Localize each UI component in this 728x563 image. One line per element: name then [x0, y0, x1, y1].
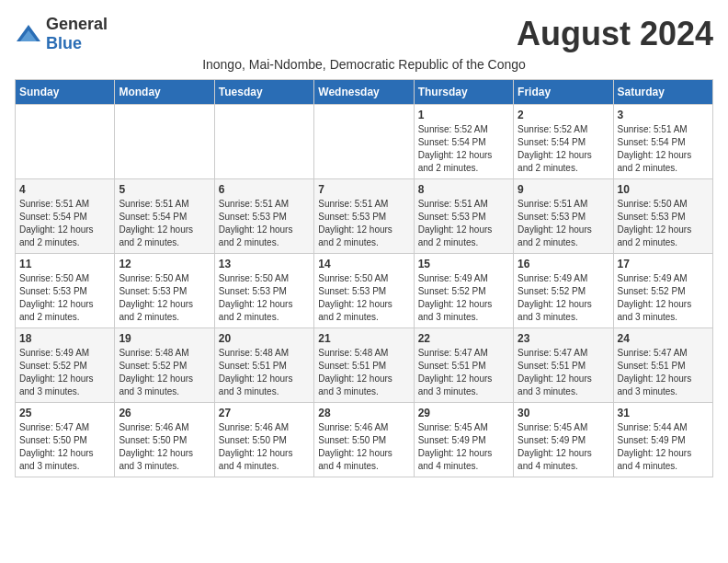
- day-info: Sunrise: 5:47 AM Sunset: 5:51 PM Dayligh…: [418, 347, 509, 398]
- day-number: 4: [19, 183, 110, 196]
- calendar-cell: 26Sunrise: 5:46 AM Sunset: 5:50 PM Dayli…: [115, 403, 214, 477]
- day-info: Sunrise: 5:44 AM Sunset: 5:49 PM Dayligh…: [618, 421, 709, 473]
- day-info: Sunrise: 5:47 AM Sunset: 5:51 PM Dayligh…: [618, 347, 709, 398]
- calendar-cell: 21Sunrise: 5:48 AM Sunset: 5:51 PM Dayli…: [314, 328, 414, 403]
- day-info: Sunrise: 5:50 AM Sunset: 5:53 PM Dayligh…: [19, 272, 110, 324]
- calendar-cell: 3Sunrise: 5:51 AM Sunset: 5:54 PM Daylig…: [613, 105, 712, 179]
- calendar-cell: 8Sunrise: 5:51 AM Sunset: 5:53 PM Daylig…: [414, 179, 513, 254]
- header: General Blue August 2024: [15, 15, 713, 53]
- calendar-cell: 6Sunrise: 5:51 AM Sunset: 5:53 PM Daylig…: [214, 179, 313, 254]
- calendar-cell: 16Sunrise: 5:49 AM Sunset: 5:52 PM Dayli…: [514, 254, 613, 328]
- day-number: 14: [318, 258, 409, 270]
- calendar-cell: 19Sunrise: 5:48 AM Sunset: 5:52 PM Dayli…: [115, 328, 214, 403]
- day-info: Sunrise: 5:52 AM Sunset: 5:54 PM Dayligh…: [418, 123, 509, 175]
- logo-blue: Blue: [46, 34, 82, 52]
- day-number: 15: [418, 258, 509, 270]
- day-info: Sunrise: 5:45 AM Sunset: 5:49 PM Dayligh…: [518, 421, 609, 473]
- day-number: 6: [219, 183, 310, 196]
- subtitle: Inongo, Mai-Ndombe, Democratic Republic …: [15, 57, 713, 72]
- header-sunday: Sunday: [16, 80, 115, 105]
- day-number: 29: [418, 407, 509, 419]
- calendar-cell: 23Sunrise: 5:47 AM Sunset: 5:51 PM Dayli…: [514, 328, 613, 403]
- day-info: Sunrise: 5:49 AM Sunset: 5:52 PM Dayligh…: [518, 272, 609, 324]
- day-info: Sunrise: 5:52 AM Sunset: 5:54 PM Dayligh…: [518, 123, 609, 175]
- day-number: 3: [618, 109, 709, 121]
- header-wednesday: Wednesday: [314, 80, 414, 105]
- day-number: 26: [119, 407, 210, 419]
- day-info: Sunrise: 5:47 AM Sunset: 5:51 PM Dayligh…: [518, 347, 609, 398]
- calendar-cell: 27Sunrise: 5:46 AM Sunset: 5:50 PM Dayli…: [214, 403, 313, 477]
- day-info: Sunrise: 5:51 AM Sunset: 5:54 PM Dayligh…: [618, 123, 709, 175]
- calendar-cell: [214, 105, 313, 179]
- calendar-cell: 31Sunrise: 5:44 AM Sunset: 5:49 PM Dayli…: [613, 403, 712, 477]
- day-info: Sunrise: 5:51 AM Sunset: 5:54 PM Dayligh…: [119, 198, 210, 249]
- day-number: 10: [618, 183, 709, 196]
- day-info: Sunrise: 5:49 AM Sunset: 5:52 PM Dayligh…: [19, 347, 110, 398]
- calendar-cell: 25Sunrise: 5:47 AM Sunset: 5:50 PM Dayli…: [16, 403, 115, 477]
- logo-icon: [15, 23, 42, 45]
- day-info: Sunrise: 5:50 AM Sunset: 5:53 PM Dayligh…: [318, 272, 409, 324]
- day-number: 28: [318, 407, 409, 419]
- day-number: 27: [219, 407, 310, 419]
- day-number: 8: [418, 183, 509, 196]
- calendar-cell: 15Sunrise: 5:49 AM Sunset: 5:52 PM Dayli…: [414, 254, 513, 328]
- calendar-cell: 9Sunrise: 5:51 AM Sunset: 5:53 PM Daylig…: [514, 179, 613, 254]
- calendar-cell: 11Sunrise: 5:50 AM Sunset: 5:53 PM Dayli…: [16, 254, 115, 328]
- day-info: Sunrise: 5:45 AM Sunset: 5:49 PM Dayligh…: [418, 421, 509, 473]
- day-info: Sunrise: 5:50 AM Sunset: 5:53 PM Dayligh…: [119, 272, 210, 324]
- day-number: 30: [518, 407, 609, 419]
- calendar-cell: [314, 105, 414, 179]
- calendar-cell: 10Sunrise: 5:50 AM Sunset: 5:53 PM Dayli…: [613, 179, 712, 254]
- calendar-cell: 30Sunrise: 5:45 AM Sunset: 5:49 PM Dayli…: [514, 403, 613, 477]
- calendar-header-row: SundayMondayTuesdayWednesdayThursdayFrid…: [16, 80, 713, 105]
- day-info: Sunrise: 5:48 AM Sunset: 5:51 PM Dayligh…: [219, 347, 310, 398]
- calendar-cell: 4Sunrise: 5:51 AM Sunset: 5:54 PM Daylig…: [16, 179, 115, 254]
- day-number: 31: [618, 407, 709, 419]
- day-info: Sunrise: 5:50 AM Sunset: 5:53 PM Dayligh…: [219, 272, 310, 324]
- day-number: 16: [518, 258, 609, 270]
- logo-text: General Blue: [46, 15, 108, 53]
- calendar-cell: [16, 105, 115, 179]
- day-info: Sunrise: 5:47 AM Sunset: 5:50 PM Dayligh…: [19, 421, 110, 473]
- week-row-0: 1Sunrise: 5:52 AM Sunset: 5:54 PM Daylig…: [16, 105, 713, 179]
- day-number: 11: [19, 258, 110, 270]
- calendar: SundayMondayTuesdayWednesdayThursdayFrid…: [15, 79, 713, 477]
- header-monday: Monday: [115, 80, 214, 105]
- day-number: 17: [618, 258, 709, 270]
- day-number: 24: [618, 332, 709, 345]
- day-number: 22: [418, 332, 509, 345]
- header-thursday: Thursday: [414, 80, 513, 105]
- calendar-cell: 1Sunrise: 5:52 AM Sunset: 5:54 PM Daylig…: [414, 105, 513, 179]
- day-number: 20: [219, 332, 310, 345]
- calendar-cell: 28Sunrise: 5:46 AM Sunset: 5:50 PM Dayli…: [314, 403, 414, 477]
- day-info: Sunrise: 5:51 AM Sunset: 5:53 PM Dayligh…: [518, 198, 609, 249]
- day-number: 21: [318, 332, 409, 345]
- calendar-cell: 20Sunrise: 5:48 AM Sunset: 5:51 PM Dayli…: [214, 328, 313, 403]
- day-number: 18: [19, 332, 110, 345]
- day-number: 9: [518, 183, 609, 196]
- calendar-cell: 7Sunrise: 5:51 AM Sunset: 5:53 PM Daylig…: [314, 179, 414, 254]
- calendar-cell: 22Sunrise: 5:47 AM Sunset: 5:51 PM Dayli…: [414, 328, 513, 403]
- day-number: 2: [518, 109, 609, 121]
- week-row-1: 4Sunrise: 5:51 AM Sunset: 5:54 PM Daylig…: [16, 179, 713, 254]
- day-info: Sunrise: 5:51 AM Sunset: 5:53 PM Dayligh…: [318, 198, 409, 249]
- calendar-cell: 14Sunrise: 5:50 AM Sunset: 5:53 PM Dayli…: [314, 254, 414, 328]
- header-tuesday: Tuesday: [214, 80, 313, 105]
- calendar-cell: 18Sunrise: 5:49 AM Sunset: 5:52 PM Dayli…: [16, 328, 115, 403]
- week-row-4: 25Sunrise: 5:47 AM Sunset: 5:50 PM Dayli…: [16, 403, 713, 477]
- header-saturday: Saturday: [613, 80, 712, 105]
- day-info: Sunrise: 5:51 AM Sunset: 5:53 PM Dayligh…: [418, 198, 509, 249]
- logo: General Blue: [15, 15, 108, 53]
- day-number: 1: [418, 109, 509, 121]
- day-info: Sunrise: 5:50 AM Sunset: 5:53 PM Dayligh…: [618, 198, 709, 249]
- day-number: 7: [318, 183, 409, 196]
- day-number: 23: [518, 332, 609, 345]
- logo-general: General: [46, 15, 108, 33]
- day-info: Sunrise: 5:49 AM Sunset: 5:52 PM Dayligh…: [618, 272, 709, 324]
- calendar-cell: 5Sunrise: 5:51 AM Sunset: 5:54 PM Daylig…: [115, 179, 214, 254]
- calendar-cell: [115, 105, 214, 179]
- day-number: 19: [119, 332, 210, 345]
- calendar-cell: 29Sunrise: 5:45 AM Sunset: 5:49 PM Dayli…: [414, 403, 513, 477]
- day-number: 12: [119, 258, 210, 270]
- day-number: 25: [19, 407, 110, 419]
